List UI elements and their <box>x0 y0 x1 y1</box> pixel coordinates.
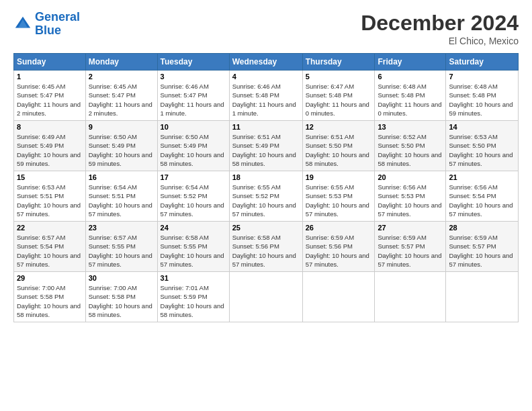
day-number: 14 <box>449 123 515 131</box>
day-detail: Sunrise: 6:57 AMSunset: 5:55 PMDaylight:… <box>89 234 152 268</box>
calendar-table: Sunday Monday Tuesday Wednesday Thursday… <box>13 53 519 322</box>
day-detail: Sunrise: 6:54 AMSunset: 5:52 PMDaylight:… <box>161 183 224 218</box>
calendar-day-cell: 11 Sunrise: 6:51 AMSunset: 5:49 PMDaylig… <box>229 121 302 171</box>
calendar-day-cell: 31 Sunrise: 7:01 AMSunset: 5:59 PMDaylig… <box>157 272 229 322</box>
calendar-day-cell: 26 Sunrise: 6:59 AMSunset: 5:56 PMDaylig… <box>302 222 375 272</box>
calendar-day-cell: 24 Sunrise: 6:58 AMSunset: 5:55 PMDaylig… <box>157 222 229 272</box>
day-number: 5 <box>306 73 372 81</box>
calendar-day-cell: 21 Sunrise: 6:56 AMSunset: 5:54 PMDaylig… <box>446 171 519 222</box>
day-number: 19 <box>306 173 372 181</box>
day-detail: Sunrise: 6:46 AMSunset: 5:48 PMDaylight:… <box>232 83 296 117</box>
day-detail: Sunrise: 6:45 AMSunset: 5:47 PMDaylight:… <box>17 83 81 117</box>
location: El Chico, Mexico <box>361 36 519 46</box>
day-detail: Sunrise: 6:46 AMSunset: 5:47 PMDaylight:… <box>161 83 224 117</box>
calendar-day-cell: 19 Sunrise: 6:55 AMSunset: 5:53 PMDaylig… <box>302 171 375 222</box>
col-sunday: Sunday <box>14 54 86 71</box>
col-tuesday: Tuesday <box>157 54 229 71</box>
calendar-day-cell: 27 Sunrise: 6:59 AMSunset: 5:57 PMDaylig… <box>375 222 446 272</box>
day-number: 20 <box>378 173 443 181</box>
calendar-day-cell: 29 Sunrise: 7:00 AMSunset: 5:58 PMDaylig… <box>14 272 86 322</box>
day-number: 10 <box>161 123 226 131</box>
day-number: 3 <box>161 73 226 81</box>
page-container: General Blue December 2024 El Chico, Mex… <box>0 0 532 329</box>
day-detail: Sunrise: 6:48 AMSunset: 5:48 PMDaylight:… <box>378 83 441 117</box>
calendar-header-row: Sunday Monday Tuesday Wednesday Thursday… <box>14 54 519 71</box>
day-number: 27 <box>378 224 443 232</box>
calendar-day-cell: 1 Sunrise: 6:45 AMSunset: 5:47 PMDayligh… <box>14 71 86 121</box>
day-detail: Sunrise: 6:51 AMSunset: 5:49 PMDaylight:… <box>232 133 296 167</box>
day-number: 17 <box>161 173 226 181</box>
day-number: 22 <box>17 224 83 232</box>
day-number: 30 <box>89 274 154 282</box>
day-number: 6 <box>378 73 443 81</box>
day-number: 26 <box>306 224 372 232</box>
logo-text: General Blue <box>35 11 80 38</box>
calendar-day-cell: 9 Sunrise: 6:50 AMSunset: 5:49 PMDayligh… <box>85 121 157 171</box>
empty-cell <box>375 272 446 322</box>
col-thursday: Thursday <box>302 54 375 71</box>
calendar-day-cell: 28 Sunrise: 6:59 AMSunset: 5:57 PMDaylig… <box>446 222 519 272</box>
day-detail: Sunrise: 6:50 AMSunset: 5:49 PMDaylight:… <box>89 133 152 167</box>
day-number: 16 <box>89 173 154 181</box>
calendar-day-cell: 17 Sunrise: 6:54 AMSunset: 5:52 PMDaylig… <box>157 171 229 222</box>
calendar-day-cell: 7 Sunrise: 6:48 AMSunset: 5:48 PMDayligh… <box>446 71 519 121</box>
day-number: 9 <box>89 123 154 131</box>
calendar-day-cell: 15 Sunrise: 6:53 AMSunset: 5:51 PMDaylig… <box>14 171 86 222</box>
calendar-day-cell: 25 Sunrise: 6:58 AMSunset: 5:56 PMDaylig… <box>229 222 302 272</box>
day-detail: Sunrise: 6:49 AMSunset: 5:49 PMDaylight:… <box>17 133 81 167</box>
calendar-week-row: 29 Sunrise: 7:00 AMSunset: 5:58 PMDaylig… <box>14 272 519 322</box>
page-header: General Blue December 2024 El Chico, Mex… <box>13 11 519 46</box>
calendar-week-row: 22 Sunrise: 6:57 AMSunset: 5:54 PMDaylig… <box>14 222 519 272</box>
calendar-day-cell: 6 Sunrise: 6:48 AMSunset: 5:48 PMDayligh… <box>375 71 446 121</box>
calendar-day-cell: 30 Sunrise: 7:00 AMSunset: 5:58 PMDaylig… <box>85 272 157 322</box>
col-saturday: Saturday <box>446 54 519 71</box>
day-detail: Sunrise: 7:00 AMSunset: 5:58 PMDaylight:… <box>89 284 152 318</box>
logo-icon <box>13 15 32 34</box>
day-detail: Sunrise: 6:58 AMSunset: 5:55 PMDaylight:… <box>161 234 224 268</box>
empty-cell <box>446 272 519 322</box>
day-detail: Sunrise: 6:55 AMSunset: 5:52 PMDaylight:… <box>232 183 296 218</box>
day-number: 15 <box>17 173 83 181</box>
day-detail: Sunrise: 6:59 AMSunset: 5:56 PMDaylight:… <box>306 234 369 268</box>
title-area: December 2024 El Chico, Mexico <box>361 11 519 46</box>
calendar-day-cell: 22 Sunrise: 6:57 AMSunset: 5:54 PMDaylig… <box>14 222 86 272</box>
day-detail: Sunrise: 6:53 AMSunset: 5:50 PMDaylight:… <box>449 133 513 167</box>
day-number: 13 <box>378 123 443 131</box>
day-detail: Sunrise: 6:56 AMSunset: 5:54 PMDaylight:… <box>449 183 513 218</box>
calendar-day-cell: 10 Sunrise: 6:50 AMSunset: 5:49 PMDaylig… <box>157 121 229 171</box>
day-number: 31 <box>161 274 226 282</box>
logo: General Blue <box>13 11 80 38</box>
day-detail: Sunrise: 6:50 AMSunset: 5:49 PMDaylight:… <box>161 133 224 167</box>
day-number: 1 <box>17 73 83 81</box>
day-detail: Sunrise: 6:45 AMSunset: 5:47 PMDaylight:… <box>89 83 152 117</box>
calendar-day-cell: 12 Sunrise: 6:51 AMSunset: 5:50 PMDaylig… <box>302 121 375 171</box>
day-detail: Sunrise: 6:56 AMSunset: 5:53 PMDaylight:… <box>378 183 441 218</box>
calendar-day-cell: 18 Sunrise: 6:55 AMSunset: 5:52 PMDaylig… <box>229 171 302 222</box>
day-detail: Sunrise: 6:59 AMSunset: 5:57 PMDaylight:… <box>378 234 441 268</box>
calendar-day-cell: 5 Sunrise: 6:47 AMSunset: 5:48 PMDayligh… <box>302 71 375 121</box>
calendar-week-row: 15 Sunrise: 6:53 AMSunset: 5:51 PMDaylig… <box>14 171 519 222</box>
calendar-day-cell: 13 Sunrise: 6:52 AMSunset: 5:50 PMDaylig… <box>375 121 446 171</box>
day-detail: Sunrise: 6:58 AMSunset: 5:56 PMDaylight:… <box>232 234 296 268</box>
empty-cell <box>302 272 375 322</box>
calendar-day-cell: 20 Sunrise: 6:56 AMSunset: 5:53 PMDaylig… <box>375 171 446 222</box>
day-detail: Sunrise: 6:51 AMSunset: 5:50 PMDaylight:… <box>306 133 369 167</box>
calendar-week-row: 1 Sunrise: 6:45 AMSunset: 5:47 PMDayligh… <box>14 71 519 121</box>
day-detail: Sunrise: 7:00 AMSunset: 5:58 PMDaylight:… <box>17 284 81 318</box>
day-detail: Sunrise: 6:59 AMSunset: 5:57 PMDaylight:… <box>449 234 513 268</box>
day-number: 18 <box>232 173 300 181</box>
day-detail: Sunrise: 6:57 AMSunset: 5:54 PMDaylight:… <box>17 234 81 268</box>
calendar-day-cell: 2 Sunrise: 6:45 AMSunset: 5:47 PMDayligh… <box>85 71 157 121</box>
day-number: 7 <box>449 73 515 81</box>
day-detail: Sunrise: 6:55 AMSunset: 5:53 PMDaylight:… <box>306 183 369 218</box>
day-number: 11 <box>232 123 300 131</box>
day-number: 4 <box>232 73 300 81</box>
day-number: 25 <box>232 224 300 232</box>
empty-cell <box>229 272 302 322</box>
day-number: 2 <box>89 73 154 81</box>
col-monday: Monday <box>85 54 157 71</box>
day-number: 8 <box>17 123 83 131</box>
calendar-day-cell: 16 Sunrise: 6:54 AMSunset: 5:51 PMDaylig… <box>85 171 157 222</box>
day-detail: Sunrise: 6:53 AMSunset: 5:51 PMDaylight:… <box>17 183 81 218</box>
day-number: 23 <box>89 224 154 232</box>
